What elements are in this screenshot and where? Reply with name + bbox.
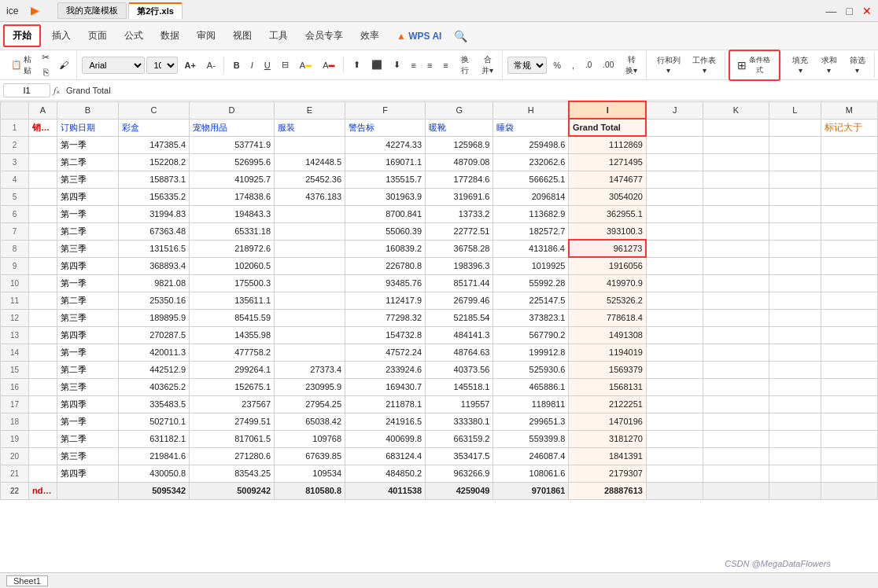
cell-M10[interactable] — [821, 274, 877, 292]
col-header-A[interactable]: A — [29, 101, 57, 119]
cell-G18[interactable]: 333380.1 — [426, 413, 493, 430]
cell-G16[interactable]: 145518.1 — [426, 378, 493, 395]
cell-C14[interactable]: 420011.3 — [119, 344, 190, 361]
cell-A2[interactable] — [29, 136, 57, 153]
menu-item-view[interactable]: 视图 — [225, 26, 260, 46]
cell-F6[interactable]: 8700.841 — [345, 205, 426, 222]
decrease-decimal-button[interactable]: .00 — [598, 57, 618, 72]
fill-color-button[interactable]: A▬ — [295, 57, 316, 73]
col-header-J[interactable]: J — [646, 101, 703, 119]
cell-D6[interactable]: 194843.3 — [190, 205, 275, 222]
cell-G6[interactable]: 13733.2 — [426, 205, 493, 222]
cell-L10[interactable] — [769, 274, 821, 292]
menu-item-wps-ai[interactable]: ▲ WPS AI — [389, 28, 449, 45]
footer-L[interactable] — [769, 482, 821, 499]
cell-A11[interactable] — [29, 292, 57, 309]
cell-C8[interactable]: 131516.5 — [119, 240, 190, 257]
cell-K18[interactable] — [703, 413, 769, 430]
cell-J5[interactable] — [646, 188, 703, 205]
cell-J14[interactable] — [646, 344, 703, 361]
cell-I17[interactable]: 2122251 — [569, 395, 646, 413]
footer-F[interactable]: 4011538 — [345, 482, 426, 499]
cell-G20[interactable]: 353417.5 — [426, 447, 493, 465]
filter-button[interactable]: 筛选▾ — [844, 52, 871, 78]
cell-C2[interactable]: 147385.4 — [119, 136, 190, 153]
cell-F5[interactable]: 301963.9 — [345, 188, 426, 205]
footer-H[interactable]: 9701861 — [493, 482, 569, 499]
col-header-B[interactable]: B — [57, 101, 119, 119]
footer-E[interactable]: 810580.8 — [275, 482, 345, 499]
cell-E12[interactable] — [275, 309, 345, 326]
cell-B7[interactable]: 第二季 — [57, 222, 119, 240]
cell-B17[interactable]: 第四季 — [57, 395, 119, 413]
cell-J20[interactable] — [646, 447, 703, 465]
cell-D7[interactable]: 65331.18 — [190, 222, 275, 240]
cell-J7[interactable] — [646, 222, 703, 240]
cell-I9[interactable]: 1916056 — [569, 257, 646, 274]
col-header-F[interactable]: F — [345, 101, 426, 119]
menu-item-page[interactable]: 页面 — [80, 26, 115, 46]
cell-H21[interactable]: 108061.6 — [493, 465, 569, 482]
cell-A6[interactable] — [29, 205, 57, 222]
cell-E9[interactable] — [275, 257, 345, 274]
cell-D18[interactable]: 27499.51 — [190, 413, 275, 430]
close-button[interactable]: ✕ — [862, 5, 872, 17]
cell-M19[interactable] — [821, 430, 877, 447]
cell-H10[interactable]: 55992.28 — [493, 274, 569, 292]
footer-A[interactable]: nd Total — [29, 482, 57, 499]
cell-D13[interactable]: 14355.98 — [190, 326, 275, 344]
cell-A17[interactable] — [29, 395, 57, 413]
cell-H4[interactable]: 566625.1 — [493, 171, 569, 188]
cell-G17[interactable]: 119557 — [426, 395, 493, 413]
cell-J2[interactable] — [646, 136, 703, 153]
cell-G19[interactable]: 663159.2 — [426, 430, 493, 447]
cell-G11[interactable]: 26799.46 — [426, 292, 493, 309]
cell-D15[interactable]: 299264.1 — [190, 361, 275, 378]
cell-F2[interactable]: 42274.33 — [345, 136, 426, 153]
cell-A8[interactable] — [29, 240, 57, 257]
sheet-tab[interactable]: Sheet1 — [6, 575, 48, 586]
cell-I13[interactable]: 1491308 — [569, 326, 646, 344]
cell-H14[interactable]: 199912.8 — [493, 344, 569, 361]
cell-F20[interactable]: 683124.4 — [345, 447, 426, 465]
cell-I18[interactable]: 1470196 — [569, 413, 646, 430]
cell-F13[interactable]: 154732.8 — [345, 326, 426, 344]
comma-button[interactable]: , — [567, 57, 579, 73]
align-center-button[interactable]: ≡ — [422, 57, 437, 73]
cell-A18[interactable] — [29, 413, 57, 430]
cell-I21[interactable]: 2179307 — [569, 465, 646, 482]
cell-C9[interactable]: 368893.4 — [119, 257, 190, 274]
cell-K14[interactable] — [703, 344, 769, 361]
cell-F8[interactable]: 160839.2 — [345, 240, 426, 257]
cell-J3[interactable] — [646, 153, 703, 171]
cell-A19[interactable] — [29, 430, 57, 447]
cell-A10[interactable] — [29, 274, 57, 292]
cell-E8[interactable] — [275, 240, 345, 257]
cell-L8[interactable] — [769, 240, 821, 257]
cell-L17[interactable] — [769, 395, 821, 413]
cell-K11[interactable] — [703, 292, 769, 309]
cell-G3[interactable]: 48709.08 — [426, 153, 493, 171]
cell-D20[interactable]: 271280.6 — [190, 447, 275, 465]
cut-button[interactable]: ✂ — [39, 50, 53, 64]
cell-M8[interactable] — [821, 240, 877, 257]
cell-M7[interactable] — [821, 222, 877, 240]
decrease-font-button[interactable]: A- — [202, 57, 220, 73]
cell-K13[interactable] — [703, 326, 769, 344]
cell-M6[interactable] — [821, 205, 877, 222]
cell-K6[interactable] — [703, 205, 769, 222]
cell-K20[interactable] — [703, 447, 769, 465]
col-header-D[interactable]: D — [190, 101, 275, 119]
cell-J11[interactable] — [646, 292, 703, 309]
cell-E13[interactable] — [275, 326, 345, 344]
cell-E17[interactable]: 27954.25 — [275, 395, 345, 413]
cell-B3[interactable]: 第二季 — [57, 153, 119, 171]
cell-C1[interactable]: 彩盒 — [119, 119, 190, 136]
maximize-button[interactable]: □ — [847, 5, 853, 17]
cell-reference-input[interactable] — [3, 83, 50, 97]
cell-H19[interactable]: 559399.8 — [493, 430, 569, 447]
cell-H16[interactable]: 465886.1 — [493, 378, 569, 395]
cell-I2[interactable]: 1112869 — [569, 136, 646, 153]
cell-G8[interactable]: 36758.28 — [426, 240, 493, 257]
cell-K4[interactable] — [703, 171, 769, 188]
